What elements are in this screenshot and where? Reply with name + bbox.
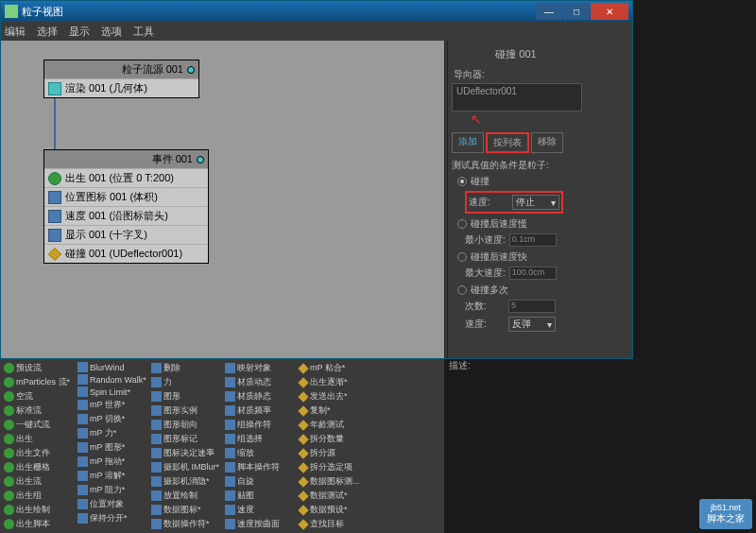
- operator-item[interactable]: 删除: [149, 361, 223, 375]
- operator-item[interactable]: 预设流: [2, 361, 76, 375]
- properties-panel: 碰撞 001 导向器: UDeflector001 ↖ 添加 按列表 移除 测试…: [447, 41, 584, 358]
- section-label: 测试真值的条件是粒子:: [452, 159, 580, 172]
- node-event[interactable]: 事件 001 出生 001 (位置 0 T:200) 位置图标 001 (体积)…: [43, 149, 209, 264]
- operator-item[interactable]: 空流: [2, 389, 76, 404]
- operator-item[interactable]: mP 世界*: [76, 398, 149, 412]
- operator-item[interactable]: 自旋: [223, 474, 297, 489]
- operator-item[interactable]: mP 切换*: [76, 412, 149, 426]
- remove-button[interactable]: 移除: [531, 132, 563, 153]
- operator-item[interactable]: 标准流: [2, 404, 76, 418]
- operator-item[interactable]: 映射对象: [223, 361, 297, 375]
- operator-item[interactable]: 出生文件: [2, 446, 76, 460]
- operator-icon: [298, 434, 308, 444]
- radio-collide[interactable]: [457, 177, 467, 186]
- menu-options[interactable]: 选项: [101, 25, 122, 39]
- operator-item[interactable]: 脚本操作符: [223, 460, 297, 474]
- operator-item[interactable]: 摄影机消隐*: [149, 474, 223, 489]
- menu-tools[interactable]: 工具: [133, 25, 154, 39]
- radio-fast[interactable]: [457, 252, 467, 262]
- operator-item[interactable]: 材质动态: [223, 375, 297, 389]
- operator-item[interactable]: 力: [149, 375, 223, 389]
- operator-item[interactable]: 速度: [223, 503, 297, 517]
- operator-icon: [298, 476, 308, 487]
- maximize-button[interactable]: □: [563, 3, 590, 20]
- deflector-list[interactable]: UDeflector001: [452, 83, 582, 112]
- menu-select[interactable]: 选择: [37, 25, 58, 39]
- operator-item[interactable]: 数据测试*: [297, 489, 370, 503]
- operator-item[interactable]: 放置绘制: [149, 489, 223, 503]
- operator-item[interactable]: mP 粘合*: [297, 361, 370, 375]
- operator-item[interactable]: mP 拖动*: [76, 455, 149, 469]
- operator-item[interactable]: 出生脚本: [2, 517, 76, 531]
- operator-icon: [4, 377, 14, 387]
- operator-item[interactable]: 拆分选定项: [297, 460, 370, 474]
- operator-item[interactable]: 数据图标*: [149, 503, 223, 517]
- max-speed-input[interactable]: 100.0cm: [509, 266, 557, 280]
- operator-item[interactable]: 复制*: [297, 404, 370, 418]
- min-speed-input[interactable]: 0.1cm: [509, 233, 557, 247]
- operator-item[interactable]: Random Walk*: [76, 373, 149, 386]
- operator-item[interactable]: 出生组: [2, 489, 76, 503]
- operator-item[interactable]: 组选择: [223, 432, 297, 446]
- radio-multi[interactable]: [457, 285, 467, 295]
- operator-item[interactable]: mP 阻力*: [76, 483, 149, 497]
- operator-item[interactable]: 图形朝向: [149, 418, 223, 432]
- operator-item[interactable]: 出生逐渐*: [297, 375, 370, 389]
- operator-item[interactable]: mParticles 流*: [2, 375, 76, 389]
- by-list-button[interactable]: 按列表: [486, 132, 529, 153]
- operator-item[interactable]: 图标决定速率: [149, 446, 223, 460]
- operator-item[interactable]: 一键式流: [2, 418, 76, 432]
- operator-icon: [151, 505, 162, 515]
- node-particle-source[interactable]: 粒子流源 001 渲染 001 (几何体): [43, 60, 199, 98]
- operator-icon: [151, 462, 162, 473]
- titlebar[interactable]: 粒子视图 — □ ✕: [1, 1, 632, 22]
- operator-item[interactable]: 数据操作符*: [149, 517, 223, 531]
- speed2-dropdown[interactable]: 反弹▾: [508, 317, 556, 332]
- output-port-icon[interactable]: [187, 66, 195, 74]
- node-row-speed: 速度 001 (沿图标箭头): [44, 206, 208, 225]
- menu-edit[interactable]: 编辑: [5, 25, 26, 39]
- operator-item[interactable]: 贴图: [223, 489, 297, 503]
- operator-item[interactable]: 年龄测试: [297, 418, 370, 432]
- operator-icon: [77, 414, 88, 424]
- operator-item[interactable]: 数据预设*: [297, 503, 370, 517]
- operator-item[interactable]: 出生绘制: [2, 503, 76, 517]
- operator-item[interactable]: 出生: [2, 432, 76, 446]
- operator-item[interactable]: mP 图形*: [76, 440, 149, 455]
- speed-dropdown[interactable]: 停止▾: [512, 195, 559, 210]
- add-button[interactable]: 添加: [452, 132, 484, 153]
- operator-icon: [4, 405, 14, 416]
- operator-item[interactable]: 缩放: [223, 446, 297, 460]
- count-input[interactable]: 5: [508, 300, 556, 313]
- output-port-icon[interactable]: [197, 156, 204, 163]
- radio-slow[interactable]: [457, 219, 467, 229]
- operator-item[interactable]: 组操作符: [223, 418, 297, 432]
- operator-item[interactable]: 摄影机 IMBlur*: [149, 460, 223, 474]
- operator-item[interactable]: 材质静态: [223, 389, 297, 404]
- operator-item[interactable]: mP 溶解*: [76, 469, 149, 483]
- operator-item[interactable]: 数据图标测...: [297, 474, 370, 489]
- operator-item[interactable]: 材质频率: [223, 404, 297, 418]
- operator-item[interactable]: 拆分源: [297, 446, 370, 460]
- operator-item[interactable]: 出生流: [2, 474, 76, 489]
- operator-item[interactable]: BlurWind: [76, 361, 149, 373]
- operator-item[interactable]: 图形实例: [149, 404, 223, 418]
- operator-item[interactable]: 拆分数量: [297, 432, 370, 446]
- operator-item[interactable]: 查找目标: [297, 517, 370, 531]
- operator-item[interactable]: 速度按曲面: [223, 517, 297, 531]
- minimize-button[interactable]: —: [536, 3, 562, 20]
- operator-item[interactable]: 出生栅格: [2, 460, 76, 474]
- operator-item[interactable]: Spin Limit*: [76, 386, 149, 398]
- menu-display[interactable]: 显示: [69, 25, 90, 39]
- close-button[interactable]: ✕: [591, 3, 628, 20]
- operator-icon: [151, 377, 162, 387]
- operator-icon: [77, 428, 88, 438]
- chevron-down-icon: ▾: [547, 319, 552, 330]
- operator-item[interactable]: 图形标记: [149, 432, 223, 446]
- operator-item[interactable]: 保持分开*: [76, 511, 149, 525]
- operator-item[interactable]: mP 力*: [76, 426, 149, 440]
- operator-item[interactable]: 位置对象: [76, 497, 149, 511]
- operator-item[interactable]: 发送出去*: [297, 389, 370, 404]
- node-canvas[interactable]: 粒子流源 001 渲染 001 (几何体) 事件 001 出生 001 (位置 …: [1, 41, 445, 358]
- operator-item[interactable]: 图形: [149, 389, 223, 404]
